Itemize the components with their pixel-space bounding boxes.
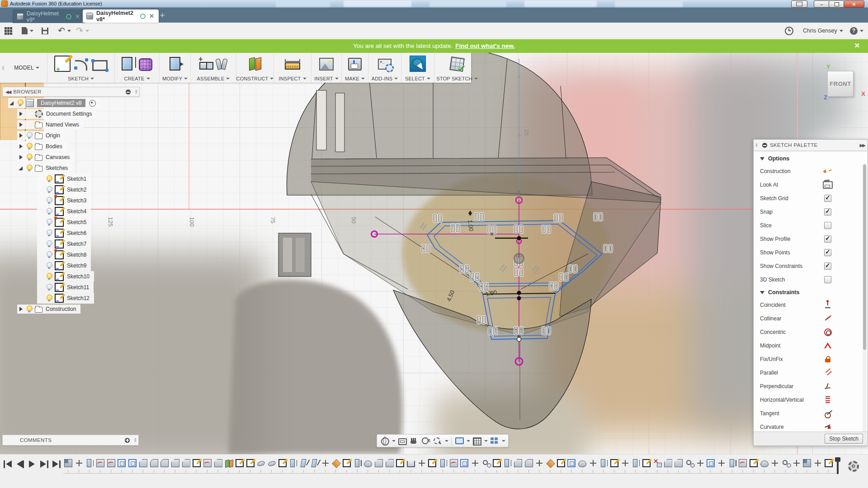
tree-row[interactable]: Document Settings: [3, 108, 152, 119]
timeline-feature[interactable]: [107, 459, 115, 467]
restore-button[interactable]: [829, 0, 844, 8]
expand-toggle-icon[interactable]: [38, 219, 44, 225]
constraint-row[interactable]: Perpendicular: [760, 380, 868, 393]
timeline-feature[interactable]: [503, 459, 511, 467]
constraint-row[interactable]: Parallel: [760, 366, 868, 380]
timeline-feature[interactable]: [150, 459, 158, 467]
timeline-feature[interactable]: [557, 459, 565, 467]
tree-row[interactable]: Sketches: [3, 163, 152, 174]
timeline-feature[interactable]: [236, 459, 244, 467]
expand-toggle-icon[interactable]: [18, 165, 24, 171]
timeline-feature[interactable]: [396, 459, 404, 467]
tree-node-label[interactable]: Sketch12: [67, 295, 90, 301]
press-pull-icon[interactable]: [170, 57, 180, 70]
help-button[interactable]: [850, 25, 863, 36]
timeline-feature[interactable]: [160, 459, 169, 467]
step-back-button[interactable]: [16, 460, 24, 468]
timeline-feature[interactable]: [546, 459, 554, 467]
sketch-palette-header[interactable]: SKETCH PALETTE: [754, 140, 868, 151]
visibility-bulb-icon[interactable]: [46, 175, 52, 183]
scrollbar-thumb[interactable]: [863, 164, 866, 350]
visibility-bulb-icon[interactable]: [46, 219, 52, 226]
tree-node-label[interactable]: Sketch10: [67, 273, 90, 280]
expand-toggle-icon[interactable]: [38, 230, 44, 236]
expand-toggle-icon[interactable]: [38, 263, 44, 269]
visibility-bulb-icon[interactable]: [26, 154, 32, 161]
tree-row[interactable]: Sketch4: [3, 206, 152, 217]
option-control[interactable]: [824, 235, 831, 243]
timeline-feature[interactable]: [428, 459, 436, 467]
tree-row[interactable]: Bodies: [3, 141, 152, 152]
dropdown-caret-icon[interactable]: [484, 440, 488, 442]
doc-tab-daisyhelmet-v9[interactable]: DaisyHelmet v9*: [13, 9, 85, 23]
timeline-feature[interactable]: [717, 459, 726, 467]
timeline-feature[interactable]: [96, 459, 104, 467]
timeline-feature[interactable]: [139, 459, 147, 467]
expand-toggle-icon[interactable]: [38, 187, 44, 193]
window-title-bar[interactable]: Autodesk Fusion 360 (Education License) …: [0, 0, 868, 8]
expand-toggle-icon[interactable]: [18, 154, 24, 160]
tree-node-label[interactable]: Construction: [46, 306, 76, 312]
option-control[interactable]: [824, 222, 831, 229]
tree-node-label[interactable]: Sketch8: [67, 252, 86, 258]
activate-component-icon[interactable]: [89, 100, 96, 107]
timeline-feature[interactable]: [386, 459, 394, 467]
stop-sketch-icon[interactable]: [449, 56, 465, 72]
dropdown-caret-icon[interactable]: [502, 440, 505, 442]
rectangle-icon[interactable]: [92, 60, 108, 71]
constraint-row[interactable]: Curvature: [760, 420, 868, 432]
timeline-feature[interactable]: [118, 459, 126, 467]
tree-row[interactable]: Sketch11: [3, 282, 152, 293]
timeline-feature[interactable]: [642, 459, 651, 467]
timeline-feature[interactable]: [128, 459, 137, 467]
app-grid-button[interactable]: [5, 25, 12, 36]
tree-node-label[interactable]: Bodies: [46, 143, 62, 150]
minimize-panel-icon[interactable]: [126, 89, 131, 94]
make-menu[interactable]: MAKE: [345, 74, 365, 83]
display-settings-icon[interactable]: [454, 436, 464, 446]
timeline-feature[interactable]: [364, 459, 372, 467]
timeline-feature[interactable]: [418, 459, 426, 467]
timeline-feature[interactable]: [354, 459, 362, 467]
create-sketch-icon[interactable]: [54, 56, 71, 72]
stop-sketch-button[interactable]: Stop Sketch: [825, 434, 863, 444]
timeline-feature[interactable]: [664, 459, 672, 467]
expand-toggle-icon[interactable]: [38, 284, 44, 291]
create-form-icon[interactable]: [139, 58, 152, 71]
constraint-row[interactable]: Tangent: [760, 407, 868, 420]
look-at-icon[interactable]: [397, 436, 407, 446]
constraint-icon[interactable]: [824, 355, 832, 363]
timeline-feature[interactable]: [460, 459, 468, 467]
tree-node-label[interactable]: Sketch9: [67, 263, 86, 269]
tree-node-label[interactable]: Sketch3: [67, 197, 86, 204]
3d-print-icon[interactable]: [348, 58, 362, 70]
new-component-icon[interactable]: [199, 58, 212, 70]
visibility-bulb-icon[interactable]: [17, 99, 23, 107]
timeline-feature[interactable]: [493, 459, 501, 467]
file-menu-button[interactable]: [22, 25, 33, 36]
construct-menu[interactable]: CONSTRUCT: [236, 74, 274, 83]
expand-toggle-icon[interactable]: [38, 252, 44, 258]
timeline-feature[interactable]: [321, 459, 330, 467]
tab-preview-button[interactable]: [791, 0, 807, 8]
visibility-bulb-icon[interactable]: [46, 284, 52, 291]
option-control[interactable]: [823, 181, 833, 189]
constraint-row[interactable]: Midpoint: [760, 339, 868, 352]
constraint-row[interactable]: Horizontal/Vertical: [760, 393, 868, 407]
visibility-bulb-icon[interactable]: [46, 262, 52, 269]
timeline-feature[interactable]: [246, 459, 255, 467]
dimension-label[interactable]: 1.00: [467, 220, 475, 232]
visibility-bulb-icon[interactable]: [46, 273, 52, 280]
timeline-feature[interactable]: [739, 459, 747, 467]
timeline-feature[interactable]: [268, 459, 276, 467]
banner-link[interactable]: Find out what's new.: [455, 42, 515, 49]
timeline-settings-gear-icon[interactable]: [848, 461, 859, 472]
timeline-feature[interactable]: [675, 459, 683, 467]
zoom-icon[interactable]: [421, 436, 431, 446]
visibility-bulb-icon[interactable]: [46, 251, 52, 258]
minimize-button[interactable]: –: [814, 0, 830, 8]
tree-node-label[interactable]: Sketch1: [67, 176, 86, 182]
close-window-button[interactable]: ✕: [844, 0, 864, 8]
visibility-bulb-icon[interactable]: [26, 132, 32, 139]
comments-panel-header[interactable]: COMMENTS: [2, 435, 139, 446]
